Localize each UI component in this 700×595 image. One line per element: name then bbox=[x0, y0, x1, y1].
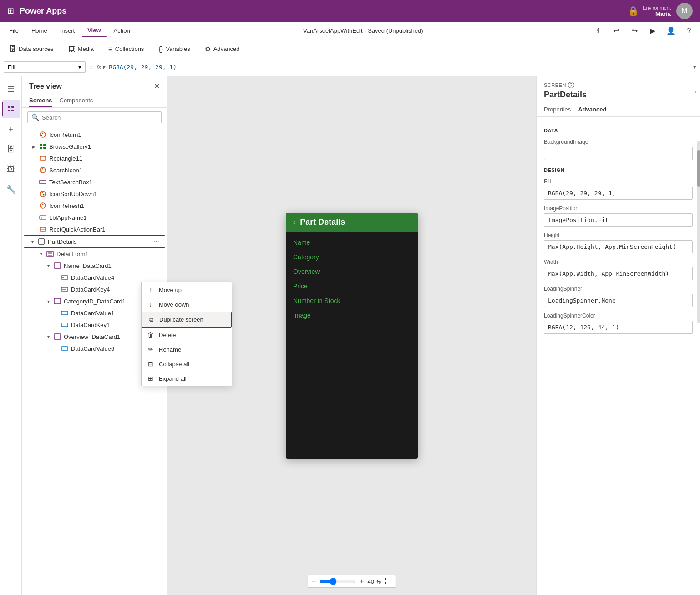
toolbar-datasources[interactable]: 🗄 Data sources bbox=[5, 43, 57, 55]
chevron-overview[interactable]: ▾ bbox=[44, 334, 53, 339]
tree-item-browsegallery1[interactable]: ▶ BrowseGallery1 bbox=[22, 141, 167, 152]
sidebar-icon-treeview[interactable] bbox=[2, 100, 20, 118]
screen-help-icon[interactable]: ? bbox=[568, 82, 574, 88]
health-icon-btn[interactable]: ⚕ bbox=[591, 24, 605, 38]
tree-item-lblappname1[interactable]: T LblAppName1 bbox=[22, 212, 167, 223]
toolbar-variables[interactable]: {} Variables bbox=[155, 43, 193, 55]
icon-lblappname1: T bbox=[38, 213, 47, 222]
tree-item-partdetails[interactable]: ▾ PartDetails ··· bbox=[24, 235, 165, 248]
menu-home[interactable]: Home bbox=[26, 25, 53, 37]
more-options-button[interactable]: ··· bbox=[152, 237, 161, 246]
avatar[interactable]: M bbox=[676, 3, 693, 19]
left-sidebar: ☰ ＋ 🗄 🖼 🔧 bbox=[0, 76, 22, 595]
menu-file[interactable]: File bbox=[4, 25, 24, 37]
prop-input-loadingspinnercolor[interactable] bbox=[544, 321, 693, 334]
sidebar-icon-data[interactable]: 🗄 bbox=[2, 140, 20, 158]
sidebar-icon-media[interactable]: 🖼 bbox=[2, 160, 20, 178]
formula-expand-icon[interactable]: ▾ bbox=[693, 64, 696, 71]
prop-input-height[interactable] bbox=[544, 240, 693, 253]
right-header: SCREEN ? PartDetails bbox=[537, 76, 700, 100]
ctx-duplicate-screen[interactable]: ⧉ Duplicate screen bbox=[142, 312, 167, 328]
scrollbar-thumb[interactable] bbox=[697, 150, 700, 187]
sidebar-icon-insert[interactable]: ＋ bbox=[2, 120, 20, 138]
datasources-icon: 🗄 bbox=[9, 45, 16, 53]
tree-item-name_datacard1[interactable]: ▾ Name_DataCard1 bbox=[22, 260, 167, 272]
search-icon: 🔍 bbox=[31, 114, 39, 121]
tree-label-iconrefresh1: IconRefresh1 bbox=[49, 202, 163, 209]
menu-action[interactable]: Action bbox=[108, 25, 136, 37]
tree-item-searchicon1[interactable]: SearchIcon1 bbox=[22, 164, 167, 176]
move-down-icon: ↓ bbox=[147, 301, 154, 308]
play-btn[interactable]: ▶ bbox=[645, 24, 660, 38]
tree-close-button[interactable]: ✕ bbox=[154, 82, 160, 91]
svg-rect-1 bbox=[11, 106, 14, 108]
prop-label-loadingspinnercolor: LoadingSpinnerColor bbox=[544, 313, 693, 319]
ctx-move-down[interactable]: ↓ Move down bbox=[142, 297, 167, 312]
prop-input-backgroundimage[interactable] bbox=[544, 147, 693, 160]
rename-icon: ✏ bbox=[147, 346, 154, 353]
ctx-expand-all[interactable]: ⊞ Expand all bbox=[142, 371, 167, 386]
phone-field-number-in-stock: Number in Stock bbox=[293, 297, 411, 304]
tree-item-textsearchbox1[interactable]: TextSearchBox1 bbox=[22, 176, 167, 188]
tab-properties[interactable]: Properties bbox=[544, 103, 571, 116]
formula-input[interactable] bbox=[109, 64, 690, 71]
svg-point-19 bbox=[43, 194, 45, 196]
ctx-rename[interactable]: ✏ Rename bbox=[142, 342, 167, 357]
zoom-slider[interactable] bbox=[320, 578, 356, 585]
panel-expand-button[interactable]: › bbox=[691, 82, 700, 100]
search-input[interactable] bbox=[42, 114, 157, 121]
menu-view[interactable]: View bbox=[82, 24, 106, 37]
tree-label-partdetails: PartDetails bbox=[48, 238, 152, 245]
phone-field-name: Name bbox=[293, 239, 411, 246]
ctx-collapse-all[interactable]: ⊟ Collapse all bbox=[142, 357, 167, 371]
ctx-delete[interactable]: 🗑 Delete bbox=[142, 328, 167, 342]
svg-point-21 bbox=[42, 204, 44, 205]
help-btn[interactable]: ? bbox=[682, 24, 696, 38]
move-up-icon: ↑ bbox=[147, 286, 154, 293]
tab-advanced[interactable]: Advanced bbox=[578, 103, 606, 116]
tab-components[interactable]: Components bbox=[60, 94, 93, 107]
sidebar-icon-menu[interactable]: ☰ bbox=[2, 80, 20, 98]
chevron-partdetails[interactable]: ▾ bbox=[28, 239, 37, 244]
tree-item-iconsortupdwon1[interactable]: IconSortUpDown1 bbox=[22, 188, 167, 200]
ctx-move-up[interactable]: ↑ Move up bbox=[142, 282, 167, 297]
chevron-detailform1[interactable]: ▾ bbox=[36, 252, 46, 257]
undo-btn[interactable]: ↩ bbox=[609, 24, 624, 38]
icon-datacardvalue1 bbox=[60, 308, 69, 318]
toolbar-media[interactable]: 🖼 Media bbox=[65, 43, 97, 55]
chevron-name_datacard1[interactable]: ▾ bbox=[44, 263, 53, 268]
prop-input-loadingspinner[interactable] bbox=[544, 294, 693, 307]
toolbar-advanced[interactable]: ⚙ Advanced bbox=[201, 43, 243, 55]
tab-screens[interactable]: Screens bbox=[29, 94, 52, 107]
prop-input-width[interactable] bbox=[544, 267, 693, 280]
zoom-in-button[interactable]: + bbox=[360, 577, 364, 585]
zoom-out-button[interactable]: − bbox=[312, 577, 316, 585]
prop-input-imageposition[interactable] bbox=[544, 213, 693, 227]
chevron-categoryid[interactable]: ▾ bbox=[44, 299, 53, 304]
tree-item-iconreturn1[interactable]: IconReturn1 bbox=[22, 129, 167, 141]
tree-item-iconrefresh1[interactable]: IconRefresh1 bbox=[22, 200, 167, 212]
sidebar-icon-tools[interactable]: 🔧 bbox=[2, 180, 20, 198]
svg-rect-8 bbox=[43, 144, 46, 146]
tree-label-iconsortupdwon1: IconSortUpDown1 bbox=[49, 191, 163, 197]
prop-input-fill[interactable] bbox=[544, 187, 693, 200]
icon-datacardvalue4 bbox=[60, 273, 69, 282]
tree-item-rectquickactionbar1[interactable]: RectQuickActionBar1 bbox=[22, 223, 167, 235]
phone-body: Name Category Overview Price Number in S… bbox=[286, 232, 418, 326]
menu-insert[interactable]: Insert bbox=[55, 25, 81, 37]
toolbar-collections[interactable]: ≡ Collections bbox=[105, 43, 147, 55]
tree-label-rectangle11: Rectangle11 bbox=[49, 155, 163, 162]
svg-point-17 bbox=[40, 191, 46, 197]
right-tabs: Properties Advanced bbox=[537, 100, 700, 117]
screen-name: PartDetails bbox=[544, 90, 693, 100]
ctx-expand-all-label: Expand all bbox=[159, 375, 167, 382]
tree-item-rectangle11[interactable]: Rectangle11 bbox=[22, 152, 167, 164]
svg-text:T: T bbox=[41, 216, 43, 219]
ctx-delete-label: Delete bbox=[159, 332, 167, 338]
svg-rect-9 bbox=[40, 147, 42, 149]
property-dropdown[interactable]: Fill ▾ bbox=[4, 61, 86, 73]
account-btn[interactable]: 👤 bbox=[664, 24, 678, 38]
fit-screen-button[interactable]: ⛶ bbox=[385, 577, 392, 585]
redo-btn[interactable]: ↪ bbox=[627, 24, 642, 38]
tree-item-detailform1[interactable]: ▾ DetailForm1 bbox=[22, 248, 167, 260]
